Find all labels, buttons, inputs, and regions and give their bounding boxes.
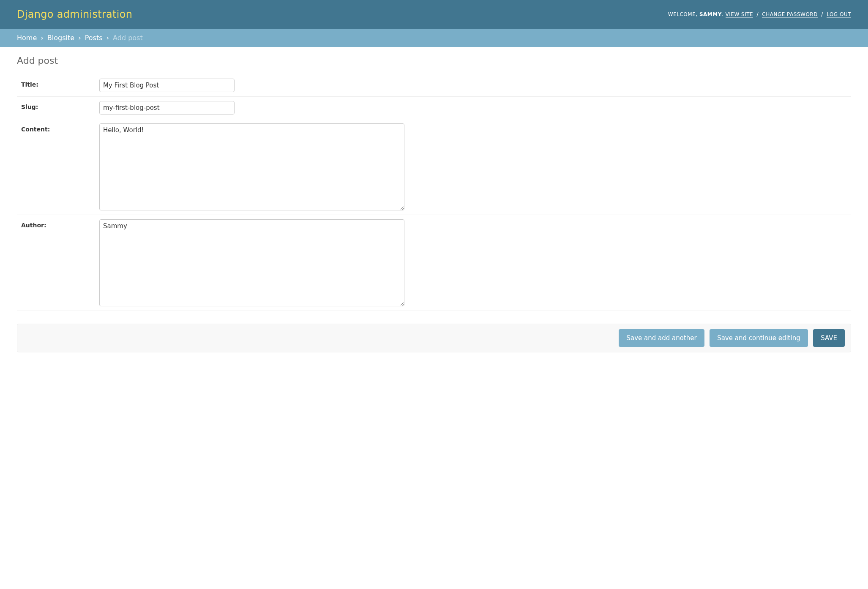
breadcrumb-sep: ›	[78, 34, 81, 42]
separator: /	[821, 11, 823, 17]
breadcrumb-current: Add post	[113, 34, 143, 42]
slug-label: Slug:	[17, 101, 99, 110]
change-password-link[interactable]: CHANGE PASSWORD	[762, 11, 818, 18]
form-row-slug: Slug:	[17, 97, 851, 119]
header: Django administration WELCOME, SAMMY. VI…	[0, 0, 868, 29]
save-button[interactable]	[813, 329, 845, 347]
view-site-link[interactable]: VIEW SITE	[726, 11, 753, 18]
username: SAMMY	[699, 11, 722, 17]
breadcrumb: Home › Blogsite › Posts › Add post	[0, 29, 868, 47]
author-label: Author:	[17, 219, 99, 229]
separator: /	[756, 11, 759, 17]
title-label: Title:	[17, 79, 99, 88]
content-textarea[interactable]: Hello, World!	[99, 123, 404, 210]
breadcrumb-sep: ›	[106, 34, 109, 42]
site-title: Django administration	[17, 8, 132, 20]
page-title: Add post	[17, 55, 851, 66]
dot: .	[722, 11, 723, 17]
breadcrumb-blogsite[interactable]: Blogsite	[47, 34, 74, 42]
content: Add post Title: Slug: Content: Hello, Wo…	[0, 47, 868, 361]
welcome-text: WELCOME,	[668, 11, 698, 17]
save-continue-button[interactable]	[710, 329, 808, 347]
breadcrumb-sep: ›	[41, 34, 43, 42]
submit-row	[17, 324, 851, 352]
form-row-author: Author: Sammy	[17, 215, 851, 311]
save-add-another-button[interactable]	[619, 329, 704, 347]
author-textarea[interactable]: Sammy	[99, 219, 404, 306]
breadcrumb-home[interactable]: Home	[17, 34, 37, 42]
content-label: Content:	[17, 123, 99, 133]
user-tools: WELCOME, SAMMY. VIEW SITE / CHANGE PASSW…	[668, 11, 851, 17]
breadcrumb-posts[interactable]: Posts	[85, 34, 103, 42]
branding: Django administration	[17, 8, 132, 20]
form-row-title: Title:	[17, 74, 851, 97]
logout-link[interactable]: LOG OUT	[827, 11, 851, 18]
title-input[interactable]	[99, 79, 235, 92]
slug-input[interactable]	[99, 101, 235, 115]
form-row-content: Content: Hello, World!	[17, 119, 851, 215]
